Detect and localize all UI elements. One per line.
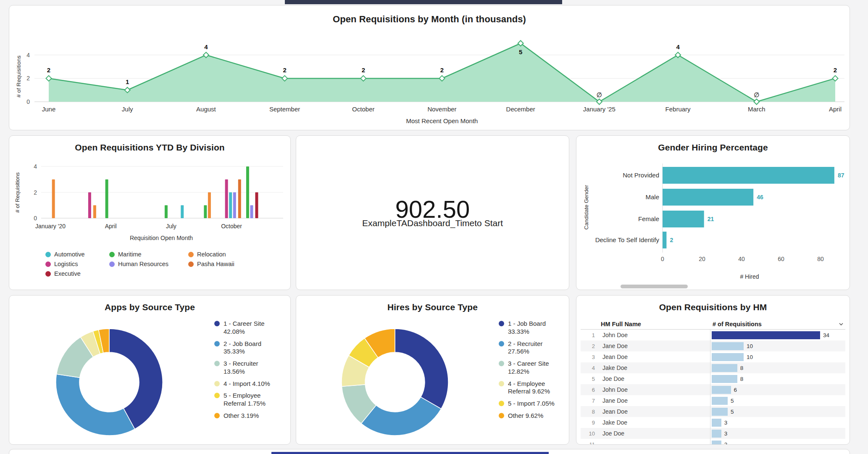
legend-item-5-import-7-05[interactable]: 5 - Import 7.05% (499, 400, 565, 408)
value-label: 87 (838, 172, 844, 179)
hm-name: Jane Doe (599, 397, 710, 404)
requisitions-bar[interactable] (712, 397, 728, 405)
donut-slice-2-job-board-35-33[interactable] (56, 374, 135, 436)
donut-slice-1-job-board-33-33[interactable] (395, 329, 448, 409)
table-row[interactable]: 113 (581, 439, 845, 445)
bar-human-resources[interactable] (250, 205, 253, 218)
requisitions-bar[interactable] (712, 353, 744, 361)
requisitions-bar[interactable] (712, 342, 744, 350)
y-axis-title: Candidate Gender (583, 185, 589, 230)
table-row[interactable]: 2Jane Doe10 (581, 340, 845, 351)
bar-relocation[interactable] (93, 205, 96, 218)
legend-label: 2 - Job Board 35.33% (224, 340, 281, 356)
bar-pasha-hawaii[interactable] (238, 179, 241, 218)
bar-relocation[interactable] (208, 193, 211, 219)
legend-item-3-career-site-12-82[interactable]: 3 - Career Site 12.82% (499, 360, 565, 376)
row-rank: 5 (581, 376, 599, 382)
table-row[interactable]: 10Joe Doe3 (581, 428, 845, 439)
bar-male[interactable] (663, 189, 753, 206)
requisitions-bar[interactable] (712, 408, 728, 416)
legend-item-3-recruiter-13-56[interactable]: 3 - Recruiter 13.56% (214, 360, 281, 376)
data-point-march[interactable] (754, 99, 759, 105)
x-tick-label: April (829, 106, 842, 113)
bar-executive[interactable] (255, 193, 258, 219)
bar-not-provided[interactable] (663, 167, 834, 184)
requisitions-cell: 34 (710, 330, 845, 340)
legend-item-other-3-19[interactable]: Other 3.19% (214, 412, 281, 420)
point-label: 4 (204, 43, 208, 50)
bar-relocation[interactable] (52, 179, 55, 218)
y-tick-label: 2 (26, 75, 30, 82)
row-rank: 2 (581, 343, 599, 349)
legend-item-5-employee-referral-1-75[interactable]: 5 - Employee Referral 1.75% (214, 392, 281, 408)
legend-swatch (499, 341, 504, 346)
table-row[interactable]: 1John Doe34 (581, 330, 845, 340)
dashboard: { "app": {"background": "#f4f4f5", "card… (0, 0, 868, 454)
legend-item-4-employee-referral-9-62[interactable]: 4 - Employee Referral 9.62% (499, 380, 565, 396)
row-rank: 6 (581, 387, 599, 393)
bar-decline-to-self-identify[interactable] (663, 232, 666, 248)
legend-item-logistics[interactable]: Logistics (45, 261, 109, 267)
legend-item-2-job-board-35-33[interactable]: 2 - Job Board 35.33% (214, 340, 281, 356)
legend-item-human-resources[interactable]: Human Resources (109, 261, 188, 267)
table-row[interactable]: 5Joe Doe8 (581, 373, 845, 384)
monthly-area-chart: 0242June1July4August2September2October2N… (9, 5, 850, 130)
requisitions-value: 34 (823, 332, 829, 338)
bar-maritime[interactable] (105, 179, 108, 218)
table-row[interactable]: 4Jake Doe8 (581, 362, 845, 373)
requisitions-bar[interactable] (712, 331, 820, 339)
legend-column: RelocationPasha Hawaii (188, 251, 260, 277)
x-tick-label: July (166, 223, 176, 230)
chevron-down-icon[interactable] (838, 321, 844, 327)
legend-item-2-recruiter-27-56[interactable]: 2 - Recruiter 27.56% (499, 340, 565, 356)
legend-item-maritime[interactable]: Maritime (109, 251, 188, 258)
point-label: 4 (676, 43, 680, 50)
x-axis-title: Most Recent Open Month (406, 117, 478, 124)
legend-item-relocation[interactable]: Relocation (188, 251, 260, 258)
legend-column: AutomotiveLogisticsExecutive (45, 251, 109, 277)
legend-swatch (45, 271, 51, 277)
requisitions-bar[interactable] (712, 375, 737, 383)
legend-swatch (214, 413, 220, 418)
legend-item-1-career-site-42-08[interactable]: 1 - Career Site 42.08% (214, 320, 281, 336)
horizontal-scrollbar-thumb[interactable] (621, 285, 688, 288)
panel-open-reqs-by-hm: Open Requisitions by HM HM Full Name # o… (576, 295, 850, 445)
legend-item-other-9-62[interactable]: Other 9.62% (499, 412, 565, 420)
x-tick-label: 20 (699, 256, 705, 262)
x-tick-label: October (352, 106, 374, 113)
legend-item-executive[interactable]: Executive (45, 270, 109, 277)
category-label: Female (638, 215, 659, 222)
panel-gender-hiring-percentage: Gender Hiring Percentage Not Provided87M… (576, 135, 850, 290)
table-row[interactable]: 6John Doe6 (581, 384, 845, 395)
row-rank: 7 (581, 398, 599, 404)
requisitions-bar[interactable] (712, 364, 737, 372)
bar-maritime[interactable] (246, 166, 249, 218)
table-row[interactable]: 7Jane Doe5 (581, 395, 845, 406)
table-row[interactable]: 9Jake Doe3 (581, 417, 845, 428)
requisitions-bar[interactable] (712, 419, 721, 427)
row-rank: 8 (581, 409, 599, 415)
bar-logistics[interactable] (88, 193, 91, 219)
legend-swatch (499, 321, 504, 326)
legend-item-automotive[interactable]: Automotive (45, 251, 109, 258)
legend-item-1-job-board-33-33[interactable]: 1 - Job Board 33.33% (499, 320, 565, 336)
legend-item-4-import-4-10[interactable]: 4 - Import 4.10% (214, 380, 281, 388)
bar-maritime[interactable] (165, 205, 168, 218)
legend-label: 5 - Import 7.05% (508, 400, 555, 408)
bar-logistics[interactable] (225, 179, 228, 218)
panel-title: Open Requisitions by HM (576, 302, 850, 312)
point-label: 2 (440, 66, 444, 74)
bar-automotive[interactable] (229, 193, 232, 219)
requisitions-bar[interactable] (712, 386, 731, 394)
requisitions-bar[interactable] (712, 441, 721, 445)
bar-automotive[interactable] (181, 205, 184, 218)
category-label: Decline To Self Identify (595, 236, 660, 243)
bar-female[interactable] (663, 211, 704, 227)
legend-item-pasha-hawaii[interactable]: Pasha Hawaii (188, 261, 260, 267)
legend-label: Relocation (197, 251, 226, 258)
requisitions-bar[interactable] (712, 430, 721, 438)
bar-human-resources[interactable] (233, 193, 236, 219)
table-row[interactable]: 8Jean Doe5 (581, 406, 845, 417)
bar-maritime[interactable] (204, 205, 207, 218)
table-row[interactable]: 3Jean Doe10 (581, 351, 845, 362)
